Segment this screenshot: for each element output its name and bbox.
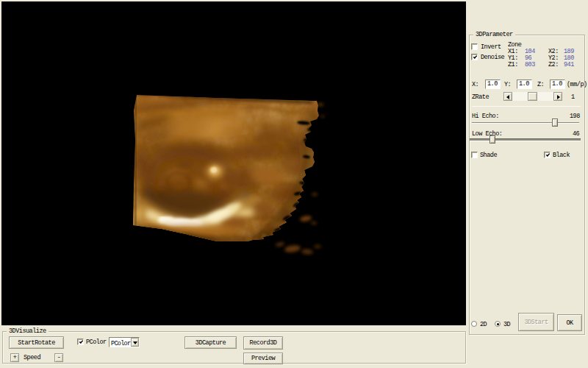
scale-unit-label: (mm/p)	[567, 82, 587, 88]
record3d-button[interactable]: Record3D	[243, 336, 283, 350]
pcolor-checkbox-label: PColor	[86, 339, 107, 346]
pcolor-dropdown[interactable]: PColor	[109, 337, 140, 347]
speed-plus-button[interactable]: +	[10, 353, 19, 362]
zone-z2-label: Z2:	[548, 62, 559, 68]
preview-button[interactable]: Preview	[243, 353, 283, 364]
zone-z1-label: Z1:	[508, 62, 518, 68]
speed-label: Speed	[24, 355, 40, 361]
mode-3d-radio[interactable]	[495, 321, 501, 327]
hi-echo-slider-thumb[interactable]	[552, 118, 558, 127]
hi-echo-slider-track[interactable]	[472, 122, 579, 124]
mode-2d-radio[interactable]	[471, 321, 477, 327]
black-checkbox-label: Black	[553, 152, 570, 159]
hi-echo-label: Hi Echo:	[472, 113, 499, 120]
zone-z2-value: 941	[564, 62, 574, 68]
left-arrow-icon	[506, 95, 509, 99]
scale-x-label: X:	[472, 82, 478, 88]
ok-button[interactable]: OK	[557, 314, 582, 331]
right-arrow-icon	[557, 95, 560, 99]
black-checkbox[interactable]	[544, 152, 551, 158]
zrate-scroll-right-button[interactable]	[553, 92, 562, 101]
scale-y-label: Y:	[504, 82, 511, 88]
3dstart-button[interactable]: 3DStart	[518, 313, 554, 331]
ultrasound-3d-render	[1, 1, 466, 325]
scale-x-input[interactable]: 1.0	[485, 79, 501, 89]
app-window: { "window": { "bg": "#ece9d8", "viewport…	[0, 0, 588, 368]
low-echo-label: Low Echo:	[472, 131, 502, 138]
denoise-checkbox[interactable]	[471, 54, 478, 60]
low-echo-slider-thumb[interactable]	[490, 135, 495, 144]
pcolor-dropdown-value: PColor	[111, 340, 130, 347]
shade-checkbox-label: Shade	[480, 152, 497, 159]
mode-3d-radio-label: 3D	[503, 322, 510, 328]
scale-y-input[interactable]: 1.0	[517, 79, 532, 89]
parameter-group-title: 3DParameter	[473, 31, 515, 38]
visualize-group-title: 3DVisualize	[7, 328, 49, 335]
scale-z-input[interactable]: 1.0	[550, 79, 565, 89]
speed-minus-button[interactable]: -	[54, 353, 63, 362]
invert-checkbox[interactable]	[471, 43, 478, 50]
shade-checkbox[interactable]	[471, 152, 478, 158]
low-echo-value: 46	[573, 131, 579, 138]
zrate-value: 1	[571, 94, 575, 101]
render-viewport[interactable]	[1, 1, 466, 325]
dropdown-arrow-icon	[133, 342, 137, 344]
zrate-scroll-thumb[interactable]	[528, 92, 537, 101]
pcolor-checkbox[interactable]	[77, 339, 84, 345]
invert-checkbox-label: Invert	[481, 44, 501, 51]
scale-z-label: Z:	[537, 82, 544, 88]
mode-2d-radio-label: 2D	[480, 322, 487, 328]
zrate-scroll-left-button[interactable]	[503, 92, 512, 101]
denoise-checkbox-label: Denoise	[481, 54, 504, 61]
zone-z1-value: 803	[525, 62, 535, 68]
low-echo-slider-track[interactable]	[470, 138, 581, 141]
zrate-scrollbar[interactable]	[503, 92, 562, 101]
separator	[472, 106, 581, 107]
hi-echo-value: 198	[570, 113, 580, 120]
zrate-label: ZRate	[472, 94, 489, 101]
3dcapture-button[interactable]: 3DCapture	[184, 336, 237, 349]
pcolor-dropdown-button[interactable]	[131, 338, 139, 347]
start-rotate-button[interactable]: StartRotate	[9, 336, 64, 349]
